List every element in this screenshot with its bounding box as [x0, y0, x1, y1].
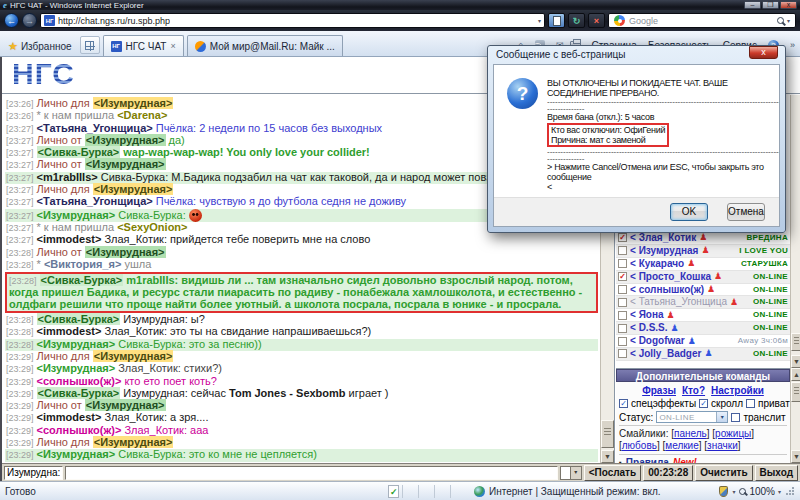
clear-button[interactable]: Очистить — [695, 465, 752, 481]
close-button[interactable]: x — [780, 1, 797, 9]
user-checkbox[interactable] — [618, 349, 627, 358]
user-name[interactable]: Просто_Кошка — [630, 272, 711, 282]
smiley-link[interactable]: [значки] — [702, 440, 741, 451]
tab-mail-ru[interactable]: Мой мир@Mail.Ru: Майк ... — [187, 35, 343, 56]
stop-button[interactable]: × — [588, 13, 605, 28]
phrase-combo[interactable]: ▾ — [560, 466, 582, 480]
user-checkbox[interactable]: ✓ — [618, 272, 627, 281]
user-name[interactable]: Яона — [630, 310, 664, 320]
maximize-button[interactable]: ❐ — [762, 1, 779, 9]
option-checkbox[interactable] — [746, 399, 755, 408]
overflow-chevron-icon[interactable]: » — [790, 40, 795, 50]
protected-mode-icon — [719, 486, 728, 497]
cancel-button[interactable]: Отмена — [727, 203, 765, 221]
user-name[interactable]: Татьяна_Угонщица — [630, 297, 727, 307]
smiley-link[interactable]: [мелкие] — [660, 440, 702, 451]
scroll-up-button[interactable]: ▲ — [791, 368, 800, 381]
status-select[interactable]: ON-LINE ▾ — [656, 411, 728, 423]
commands-scrollbar[interactable]: ▲ ▼ — [790, 368, 800, 463]
smiley-link[interactable]: [любовь] — [619, 440, 660, 451]
user-row[interactable]: Татьяна_Угонщица♟ON-LINE — [616, 296, 790, 309]
refresh-button[interactable]: ↻ — [568, 13, 585, 28]
user-name[interactable]: солнышко(ж) — [630, 285, 704, 295]
user-name[interactable]: Изумрудная — [630, 246, 698, 256]
text-segment: Лично для — [37, 97, 93, 109]
user-row[interactable]: ✓Злая_Котик♟ВРЕДИНА — [616, 232, 790, 245]
quick-tabs-button[interactable] — [80, 36, 100, 54]
ngs-logo[interactable]: НГС — [12, 57, 75, 91]
text-segment: <Изумрудная> — [93, 350, 174, 362]
tab-close-icon[interactable]: × — [170, 41, 175, 51]
exit-button[interactable]: Выход — [755, 465, 798, 481]
scroll-down-button[interactable]: ▼ — [791, 355, 800, 368]
chevron-down-icon[interactable]: ▾ — [716, 412, 727, 422]
user-name[interactable]: Кукарачо — [630, 259, 684, 269]
command-link[interactable]: Фразы — [642, 385, 676, 396]
scroll-down-button[interactable]: ▼ — [791, 450, 800, 463]
send-button[interactable]: <Послать — [584, 465, 642, 481]
text-segment: Лично от — [37, 134, 85, 146]
user-row[interactable]: Dogofwar♟Away 3ч:06м — [616, 335, 790, 348]
search-box[interactable]: Google ▾ — [608, 13, 796, 28]
user-row[interactable]: Яона♟ON-LINE — [616, 309, 790, 322]
search-dropdown-icon[interactable]: ▾ — [787, 17, 790, 24]
user-checkbox[interactable] — [618, 246, 627, 255]
commands-panel: Дополнительные команды ФразыКто?Настройк… — [616, 368, 800, 463]
user-name[interactable]: Dogofwar — [630, 336, 685, 346]
user-checkbox[interactable] — [618, 259, 627, 268]
back-button[interactable]: ← — [4, 13, 19, 28]
tab-ngs-chat[interactable]: НГ НГС ЧАТ × — [103, 35, 184, 56]
user-row[interactable]: Jolly_Badger♟ON-LINE — [616, 348, 790, 361]
user-list-scrollbar[interactable]: ▼ — [790, 95, 800, 368]
user-checkbox[interactable] — [618, 285, 627, 294]
dropdown-icon[interactable]: ▾ — [778, 488, 781, 495]
compatibility-view-button[interactable] — [548, 13, 565, 28]
smiley-link[interactable]: [рожицы] — [710, 428, 755, 439]
text-segment: <Изумрудная> — [37, 448, 116, 460]
user-checkbox[interactable] — [618, 311, 627, 320]
favorites-button[interactable]: ★ Избранное — [3, 36, 77, 56]
chat-message: [23:28]<Сивка-Бурка> m1rabIIIs: видишь л… — [5, 272, 598, 313]
user-row[interactable]: солнышко(ж)♟ON-LINE — [616, 284, 790, 297]
user-name[interactable]: D.S.S. — [630, 323, 668, 333]
user-status: ON-LINE — [753, 285, 788, 295]
timestamp: [23:26] — [6, 111, 34, 121]
dropdown-icon[interactable]: ▾ — [732, 488, 735, 495]
text-segment: Сивка-Бурка: — [115, 209, 189, 221]
status-bar: Готово Интернет | Защищенный режим: вкл.… — [0, 481, 800, 500]
chevron-down-icon[interactable]: ▾ — [570, 467, 581, 479]
command-link[interactable]: Настройки — [711, 385, 764, 396]
user-name[interactable]: Злая_Котик — [630, 233, 696, 243]
scroll-thumb[interactable] — [791, 333, 800, 351]
zoom-control[interactable]: 100% ▾ — [739, 486, 781, 497]
user-row[interactable]: Изумрудная♟I LOVE YOU — [616, 245, 790, 258]
user-row[interactable]: Кукарачо♟СТАРУШКА — [616, 258, 790, 271]
resize-grip[interactable] — [785, 486, 795, 496]
scroll-down-button[interactable]: ▼ — [601, 450, 614, 463]
status-value: ON-LINE — [659, 412, 694, 423]
user-row[interactable]: D.S.S.♟ON-LINE — [616, 322, 790, 335]
user-checkbox[interactable] — [618, 337, 627, 346]
user-checkbox[interactable] — [618, 298, 627, 307]
user-name[interactable]: Jolly_Badger — [630, 349, 701, 359]
scroll-thumb[interactable] — [791, 382, 800, 402]
user-checkbox[interactable]: ✓ — [618, 233, 627, 242]
command-links: ФразыКто?Настройки — [619, 385, 787, 396]
forward-button[interactable]: → — [22, 13, 37, 28]
option-checkbox[interactable]: ✓ — [619, 399, 628, 408]
scroll-thumb[interactable] — [601, 420, 614, 448]
ok-button[interactable]: OK — [670, 203, 708, 221]
dialog-close-button[interactable]: x — [749, 46, 778, 59]
url-dropdown-icon[interactable]: ▾ — [538, 17, 541, 24]
command-link[interactable]: Кто? — [682, 385, 705, 396]
search-icon[interactable] — [777, 17, 784, 24]
url-field[interactable]: НГ http://chat.ngs.ru/ru.spb.php ▾ — [40, 13, 545, 28]
smiley-link[interactable]: [панель] — [671, 428, 709, 439]
user-row[interactable]: ✓Просто_Кошка♟ON-LINE — [616, 271, 790, 284]
user-checkbox[interactable] — [618, 324, 627, 333]
message-input[interactable] — [65, 466, 557, 480]
dialog-titlebar[interactable]: Сообщение с веб-страницы — [488, 46, 785, 63]
option-checkbox[interactable]: ✓ — [699, 399, 708, 408]
translit-checkbox[interactable] — [731, 413, 740, 422]
minimize-button[interactable]: – — [744, 1, 761, 9]
